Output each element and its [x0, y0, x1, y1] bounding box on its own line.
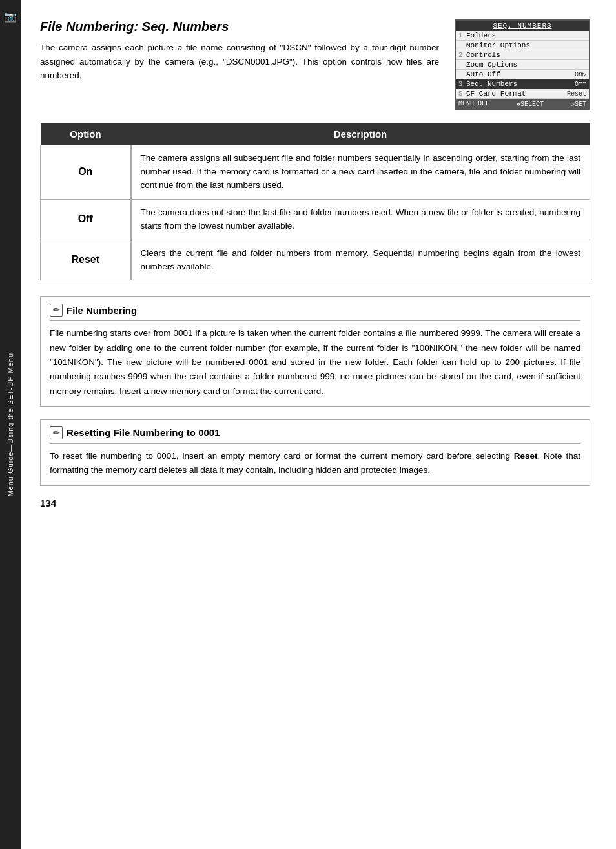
camera-icon: 📷: [4, 10, 17, 23]
row-label: Seq. Numbers: [466, 80, 572, 88]
title-section: File Numbering: Seq. Numbers The camera …: [40, 19, 590, 110]
option-name: Reset: [41, 240, 131, 280]
row-label: Auto Off: [466, 70, 572, 78]
row-value: Off: [575, 81, 586, 88]
footer-right: ▷SET: [571, 100, 586, 108]
sidebar: 📷 Menu Guide—Using the SET-UP Menu: [0, 0, 21, 849]
note2-bold: Reset: [514, 451, 538, 461]
note2-title-text: Resetting File Numbering to 0001: [67, 427, 220, 438]
row-num: 1: [458, 32, 465, 39]
title-prefix: File Numbering:: [40, 19, 142, 34]
option-name: Off: [41, 199, 131, 240]
option-name: On: [41, 145, 131, 200]
options-table: Option Description On The camera assigns…: [40, 123, 590, 280]
row-num: S: [458, 90, 465, 98]
col-description-header: Description: [131, 123, 590, 145]
row-label: Zoom Options: [466, 61, 584, 68]
note1-text: File numbering starts over from 0001 if …: [50, 326, 580, 398]
main-content: File Numbering: Seq. Numbers The camera …: [21, 0, 616, 849]
option-desc: The camera assigns all subsequent file a…: [131, 145, 590, 200]
camera-menu-footer: MENU OFF ❖SELECT ▷SET: [456, 99, 589, 109]
camera-menu-row: Zoom Options: [456, 60, 589, 70]
footer-left: MENU OFF: [458, 100, 489, 108]
page-container: 📷 Menu Guide—Using the SET-UP Menu File …: [0, 0, 616, 849]
table-row: On The camera assigns all subsequent fil…: [41, 145, 590, 200]
note-icon-1: ✏: [50, 304, 63, 317]
row-label: CF Card Format: [466, 90, 564, 98]
note1-title-text: File Numbering: [67, 305, 137, 316]
note2-title: ✏ Resetting File Numbering to 0001: [50, 426, 580, 444]
camera-menu-row: S Seq. Numbers Off: [456, 79, 589, 89]
row-label: Folders: [466, 32, 584, 39]
note2-text: To reset file numbering to 0001, insert …: [50, 449, 580, 478]
title-text-block: File Numbering: Seq. Numbers The camera …: [40, 19, 439, 83]
option-desc: The camera does not store the last file …: [131, 199, 590, 240]
camera-menu-row: 2 Controls: [456, 50, 589, 60]
camera-menu-row: Monitor Options: [456, 41, 589, 50]
row-value: Reset: [567, 90, 586, 98]
intro-text: The camera assigns each picture a file n…: [40, 41, 439, 83]
note-icon-2: ✏: [50, 426, 63, 439]
note-box-1: ✏ File Numbering File numbering starts o…: [40, 296, 590, 406]
note1-title: ✏ File Numbering: [50, 304, 580, 321]
camera-menu-row: S CF Card Format Reset: [456, 89, 589, 99]
camera-menu-row: Auto Off On ▷: [456, 70, 589, 79]
camera-menu-body: 1 Folders Monitor Options 2 Controls Zoo…: [456, 31, 589, 99]
page-title: File Numbering: Seq. Numbers: [40, 19, 439, 34]
note-box-2: ✏ Resetting File Numbering to 0001 To re…: [40, 419, 590, 487]
row-value: On: [575, 71, 582, 78]
camera-menu-row: 1 Folders: [456, 31, 589, 41]
row-label: Controls: [466, 51, 584, 59]
row-arrow: ▷: [582, 70, 586, 78]
camera-menu-title: SEQ. NUMBERS: [456, 21, 589, 31]
row-label: Monitor Options: [466, 41, 584, 49]
option-desc: Clears the current file and folder numbe…: [131, 240, 590, 280]
footer-mid: ❖SELECT: [517, 100, 544, 108]
table-row: Reset Clears the current file and folder…: [41, 240, 590, 280]
row-num: S: [458, 81, 465, 88]
row-num: 2: [458, 52, 465, 59]
table-row: Off The camera does not store the last f…: [41, 199, 590, 240]
note2-text-start: To reset file numbering to 0001, insert …: [50, 451, 514, 461]
sidebar-label: Menu Guide—Using the SET-UP Menu: [6, 353, 14, 497]
camera-menu-image: SEQ. NUMBERS 1 Folders Monitor Options 2…: [455, 19, 590, 110]
page-number: 134: [40, 498, 590, 508]
title-italic: Seq. Numbers: [142, 19, 229, 34]
col-option-header: Option: [41, 123, 131, 145]
